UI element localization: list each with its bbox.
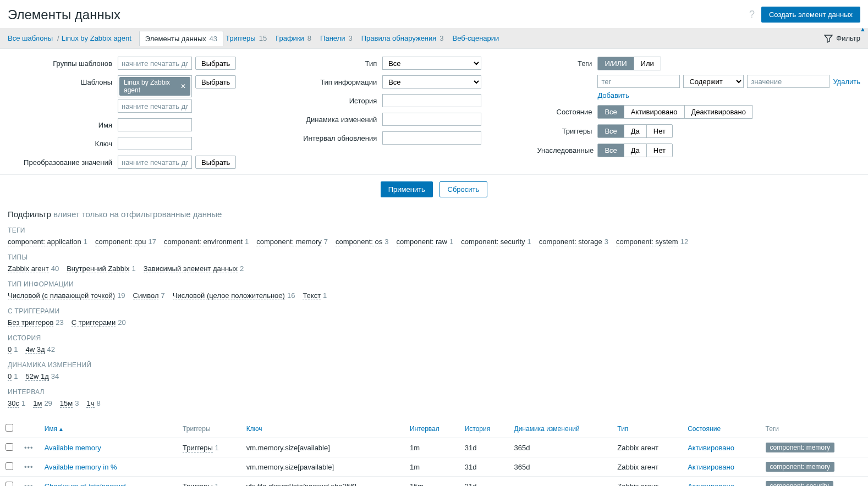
tag-value-input[interactable] bbox=[747, 75, 829, 88]
subfilter-item[interactable]: Внутренний Zabbix bbox=[67, 264, 129, 273]
col-key[interactable]: Ключ bbox=[241, 419, 404, 438]
type-select[interactable]: Все bbox=[382, 57, 481, 70]
col-tags: Теги bbox=[760, 419, 868, 438]
subfilter-item[interactable]: Зависимый элемент данных bbox=[144, 264, 238, 273]
col-trends[interactable]: Динамика изменений bbox=[509, 419, 612, 438]
triggers-link[interactable]: Триггеры bbox=[183, 444, 213, 452]
tag-add-link[interactable]: Добавить bbox=[597, 91, 629, 100]
subfilter: Подфильтр влияет только на отфильтрованн… bbox=[0, 205, 868, 412]
subfilter-item[interactable]: Символ bbox=[133, 291, 159, 300]
row-menu-icon[interactable]: ••• bbox=[24, 463, 34, 471]
key-input[interactable] bbox=[118, 137, 192, 150]
subfilter-item[interactable]: 0 bbox=[8, 345, 12, 354]
triggers-segment: ВсеДаНет bbox=[597, 124, 673, 138]
col-history[interactable]: История bbox=[459, 419, 509, 438]
subfilter-item[interactable]: Числовой (с плавающей точкой) bbox=[8, 291, 115, 300]
breadcrumb-template[interactable]: Linux by Zabbix agent bbox=[62, 34, 131, 42]
subfilter-item[interactable]: 0 bbox=[8, 372, 12, 381]
filter-icon bbox=[824, 34, 833, 43]
triggers-link[interactable]: Триггеры bbox=[183, 482, 213, 487]
filter-toggle[interactable]: Фильтр bbox=[824, 34, 860, 43]
tab-web[interactable]: Веб-сценарии bbox=[453, 34, 499, 42]
subfilter-item[interactable]: 1ч bbox=[86, 399, 94, 408]
interval-input[interactable] bbox=[382, 131, 481, 145]
filter-form: Группы шаблоновВыбрать Шаблоны Linux by … bbox=[0, 49, 868, 175]
valuemap-input[interactable] bbox=[118, 156, 192, 169]
subfilter-item[interactable]: С триггерами bbox=[72, 318, 116, 327]
col-triggers: Триггеры bbox=[177, 419, 241, 438]
history-input[interactable] bbox=[382, 94, 481, 107]
row-menu-icon[interactable]: ••• bbox=[24, 482, 34, 487]
subfilter-item[interactable]: component: security bbox=[461, 238, 525, 246]
item-name-link[interactable]: Checksum of /etc/passwd bbox=[45, 482, 126, 487]
subfilter-item[interactable]: Без триггеров bbox=[8, 318, 53, 327]
row-checkbox[interactable] bbox=[6, 462, 13, 470]
row-checkbox[interactable] bbox=[6, 443, 13, 451]
templates-select[interactable]: Выбрать bbox=[195, 75, 236, 89]
tag-op-select[interactable]: Содержит bbox=[683, 75, 744, 88]
filter-actions: Применить Сбросить bbox=[0, 175, 868, 205]
subfilter-item[interactable]: 1м bbox=[33, 399, 42, 408]
subfilter-item[interactable]: component: environment bbox=[164, 238, 243, 246]
subfilter-item[interactable]: component: raw bbox=[397, 238, 448, 246]
tab-graphs[interactable]: Графики bbox=[276, 34, 304, 42]
subfilter-item[interactable]: component: system bbox=[616, 238, 678, 246]
table-row: ••• Available memory Триггеры 1 vm.memor… bbox=[0, 438, 868, 457]
item-name-link[interactable]: Available memory in % bbox=[45, 463, 117, 471]
subfilter-item[interactable]: Текст bbox=[303, 291, 321, 300]
subfilter-item[interactable]: component: storage bbox=[539, 238, 602, 246]
subfilter-item[interactable]: 52w 1д bbox=[25, 372, 48, 381]
subfilter-item[interactable]: component: memory bbox=[256, 238, 322, 246]
breadcrumb: ▲ Все шаблоны / Linux by Zabbix agent Эл… bbox=[0, 28, 868, 49]
subfilter-item[interactable]: 15м bbox=[60, 399, 73, 408]
name-input[interactable] bbox=[118, 118, 192, 131]
templates-input[interactable] bbox=[118, 100, 192, 113]
table-row: ••• Checksum of /etc/passwd Триггеры 1 v… bbox=[0, 477, 868, 487]
tag-badge[interactable]: component: memory bbox=[766, 443, 834, 452]
col-type[interactable]: Тип bbox=[612, 419, 682, 438]
close-icon[interactable]: ✕ bbox=[180, 82, 186, 90]
col-interval[interactable]: Интервал bbox=[404, 419, 459, 438]
page-header: Элементы данных ? Создать элемент данных bbox=[0, 0, 868, 28]
tab-items[interactable]: Элементы данных 43 bbox=[139, 31, 223, 46]
host-groups-input[interactable] bbox=[118, 57, 192, 70]
status-link[interactable]: Активировано bbox=[688, 463, 734, 471]
subfilter-item[interactable]: 4w 3д bbox=[25, 345, 45, 354]
reset-button[interactable]: Сбросить bbox=[440, 181, 488, 197]
tag-andor-button[interactable]: И/ИЛИ bbox=[598, 57, 634, 70]
tag-delete-link[interactable]: Удалить bbox=[833, 78, 860, 86]
status-link[interactable]: Активировано bbox=[688, 482, 734, 487]
apply-button[interactable]: Применить bbox=[381, 181, 433, 197]
breadcrumb-all-templates[interactable]: Все шаблоны bbox=[8, 34, 53, 42]
item-name-link[interactable]: Available memory bbox=[45, 444, 101, 452]
col-name[interactable]: Имя▲ bbox=[39, 419, 177, 438]
col-state[interactable]: Состояние bbox=[682, 419, 760, 438]
help-icon[interactable]: ? bbox=[749, 9, 755, 20]
tag-mode-segment: И/ИЛИИли bbox=[597, 57, 661, 70]
items-table: Имя▲ Триггеры Ключ Интервал История Дина… bbox=[0, 419, 868, 486]
tag-or-button[interactable]: Или bbox=[634, 57, 661, 70]
collapse-icon[interactable]: ▲ bbox=[860, 26, 866, 32]
host-groups-select[interactable]: Выбрать bbox=[195, 57, 236, 70]
row-menu-icon[interactable]: ••• bbox=[24, 444, 34, 452]
create-item-button[interactable]: Создать элемент данных bbox=[761, 7, 860, 23]
tab-triggers[interactable]: Триггеры bbox=[226, 34, 256, 42]
subfilter-item[interactable]: 30с bbox=[8, 399, 19, 408]
tag-badge[interactable]: component: memory bbox=[766, 462, 834, 472]
row-checkbox[interactable] bbox=[6, 482, 13, 487]
subfilter-item[interactable]: Zabbix агент bbox=[8, 264, 49, 273]
subfilter-item[interactable]: component: os bbox=[336, 238, 382, 246]
tab-dashboards[interactable]: Панели bbox=[320, 34, 345, 42]
subfilter-item[interactable]: component: cpu bbox=[95, 238, 146, 246]
infotype-select[interactable]: Все bbox=[382, 75, 481, 89]
tab-discovery[interactable]: Правила обнаружения bbox=[361, 34, 437, 42]
trends-input[interactable] bbox=[382, 113, 481, 126]
status-link[interactable]: Активировано bbox=[688, 444, 734, 452]
subfilter-item[interactable]: component: application bbox=[8, 238, 81, 246]
subfilter-item[interactable]: Числовой (целое положительное) bbox=[173, 291, 285, 300]
template-chip[interactable]: Linux by Zabbix agent✕ bbox=[119, 77, 190, 96]
tag-badge[interactable]: component: security bbox=[766, 481, 833, 486]
select-all-checkbox[interactable] bbox=[6, 424, 13, 432]
valuemap-select[interactable]: Выбрать bbox=[195, 156, 236, 169]
tag-name-input[interactable] bbox=[597, 75, 680, 88]
